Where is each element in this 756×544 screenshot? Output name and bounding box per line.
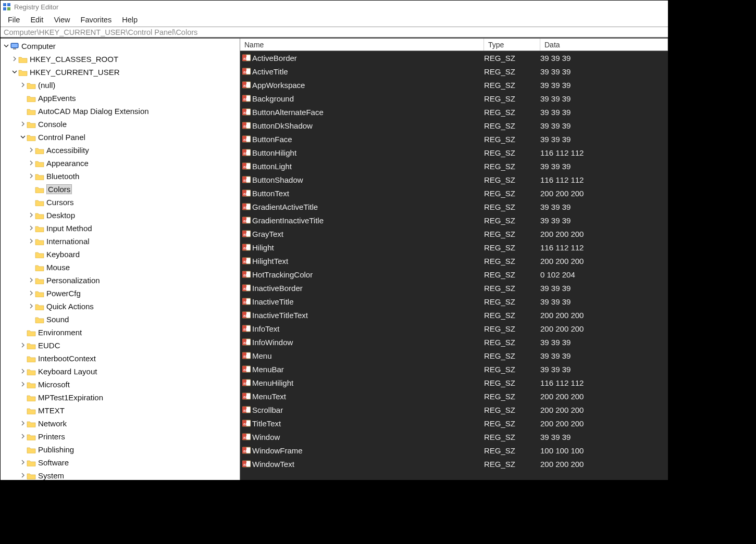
tree-item[interactable]: Network xyxy=(1,417,240,430)
column-header-type[interactable]: Type xyxy=(484,39,540,50)
value-row[interactable]: abInactiveTitleTextREG_SZ200 200 200 xyxy=(240,308,668,322)
chevron-right-icon[interactable] xyxy=(19,342,27,349)
chevron-down-icon[interactable] xyxy=(19,134,27,141)
value-row[interactable]: abWindowFrameREG_SZ100 100 100 xyxy=(240,444,668,457)
tree-item[interactable]: Microsoft xyxy=(1,378,240,391)
value-row[interactable]: abWindowREG_SZ39 39 39 xyxy=(240,430,668,444)
tree-item[interactable]: (null) xyxy=(1,79,240,92)
menu-view[interactable]: View xyxy=(48,15,75,25)
chevron-right-icon[interactable] xyxy=(28,212,35,219)
chevron-right-icon[interactable] xyxy=(28,225,35,232)
tree-item[interactable]: AutoCAD Map Dialog Extension xyxy=(1,105,240,118)
value-row[interactable]: abGrayTextREG_SZ200 200 200 xyxy=(240,227,668,241)
tree-item[interactable]: Printers xyxy=(1,430,240,443)
tree-item[interactable]: Cursors xyxy=(1,196,240,209)
address-bar[interactable]: Computer\HKEY_CURRENT_USER\Control Panel… xyxy=(1,27,668,38)
tree-item[interactable]: Appearance xyxy=(1,157,240,170)
tree-item[interactable]: EUDC xyxy=(1,339,240,352)
value-row[interactable]: abInfoWindowREG_SZ39 39 39 xyxy=(240,335,668,349)
chevron-right-icon[interactable] xyxy=(28,173,35,180)
tree-item[interactable]: Control Panel xyxy=(1,131,240,144)
chevron-right-icon[interactable] xyxy=(28,147,35,154)
tree-item[interactable]: Sound xyxy=(1,313,240,326)
chevron-right-icon[interactable] xyxy=(19,459,27,466)
value-row[interactable]: abInfoTextREG_SZ200 200 200 xyxy=(240,322,668,335)
tree-item[interactable]: Colors xyxy=(1,183,240,196)
value-row[interactable]: abHilightREG_SZ116 112 112 xyxy=(240,241,668,254)
value-row[interactable]: abButtonAlternateFaceREG_SZ39 39 39 xyxy=(240,105,668,119)
tree-item[interactable]: Accessibility xyxy=(1,144,240,157)
tree-item[interactable]: Keyboard Layout xyxy=(1,365,240,378)
tree-item[interactable]: AppEvents xyxy=(1,92,240,105)
value-row[interactable]: abButtonHilightREG_SZ116 112 112 xyxy=(240,146,668,159)
chevron-right-icon[interactable] xyxy=(28,303,35,310)
chevron-right-icon[interactable] xyxy=(19,433,27,440)
value-row[interactable]: abMenuHilightREG_SZ116 112 112 xyxy=(240,376,668,389)
value-row[interactable]: abScrollbarREG_SZ200 200 200 xyxy=(240,403,668,416)
chevron-right-icon[interactable] xyxy=(19,368,27,375)
tree-item[interactable]: InterbootContext xyxy=(1,352,240,365)
value-row[interactable]: abHilightTextREG_SZ200 200 200 xyxy=(240,254,668,268)
tree-item[interactable]: HKEY_CLASSES_ROOT xyxy=(1,53,240,66)
chevron-right-icon[interactable] xyxy=(28,277,35,284)
value-row[interactable]: abGradientInactiveTitleREG_SZ39 39 39 xyxy=(240,213,668,227)
chevron-right-icon[interactable] xyxy=(19,381,27,388)
value-row[interactable]: abActiveTitleREG_SZ39 39 39 xyxy=(240,65,668,78)
tree-item[interactable]: Publishing xyxy=(1,443,240,456)
value-row[interactable]: abButtonDkShadowREG_SZ39 39 39 xyxy=(240,119,668,132)
menu-edit[interactable]: Edit xyxy=(25,15,48,25)
value-row[interactable]: abInactiveTitleREG_SZ39 39 39 xyxy=(240,295,668,308)
tree-item[interactable]: Mouse xyxy=(1,261,240,274)
value-row[interactable]: abButtonLightREG_SZ39 39 39 xyxy=(240,159,668,173)
value-row[interactable]: abAppWorkspaceREG_SZ39 39 39 xyxy=(240,78,668,92)
tree-item[interactable]: HKEY_CURRENT_USER xyxy=(1,66,240,79)
column-header-data[interactable]: Data xyxy=(540,39,668,50)
chevron-right-icon[interactable] xyxy=(28,160,35,167)
value-row[interactable]: abGradientActiveTitleREG_SZ39 39 39 xyxy=(240,200,668,213)
chevron-right-icon[interactable] xyxy=(28,290,35,297)
tree-item[interactable]: Software xyxy=(1,456,240,469)
chevron-right-icon[interactable] xyxy=(19,121,27,128)
chevron-down-icon[interactable] xyxy=(11,69,18,76)
tree-item[interactable]: PowerCfg xyxy=(1,287,240,300)
tree-item[interactable]: MTEXT xyxy=(1,404,240,417)
tree-item[interactable]: International xyxy=(1,235,240,248)
tree-item[interactable]: Console xyxy=(1,118,240,131)
tree-item[interactable]: Environment xyxy=(1,326,240,339)
value-row[interactable]: abTitleTextREG_SZ200 200 200 xyxy=(240,416,668,430)
tree-item[interactable]: Computer xyxy=(1,40,240,53)
values-body[interactable]: abActiveBorderREG_SZ39 39 39abActiveTitl… xyxy=(240,51,668,480)
value-row[interactable]: abWindowTextREG_SZ200 200 200 xyxy=(240,457,668,471)
tree-item[interactable]: Desktop xyxy=(1,209,240,222)
chevron-right-icon[interactable] xyxy=(19,82,27,89)
value-row[interactable]: abActiveBorderREG_SZ39 39 39 xyxy=(240,51,668,65)
value-row[interactable]: abBackgroundREG_SZ39 39 39 xyxy=(240,92,668,105)
chevron-right-icon[interactable] xyxy=(19,472,27,479)
tree-item[interactable]: Input Method xyxy=(1,222,240,235)
chevron-down-icon[interactable] xyxy=(3,43,10,50)
menu-help[interactable]: Help xyxy=(117,15,143,25)
chevron-right-icon[interactable] xyxy=(11,56,18,63)
tree-item[interactable]: MPTest1Expiration xyxy=(1,391,240,404)
tree-pane[interactable]: ComputerHKEY_CLASSES_ROOTHKEY_CURRENT_US… xyxy=(1,39,240,480)
chevron-right-icon[interactable] xyxy=(28,238,35,245)
value-row[interactable]: abHotTrackingColorREG_SZ0 102 204 xyxy=(240,268,668,281)
value-row[interactable]: abMenuTextREG_SZ200 200 200 xyxy=(240,389,668,403)
value-row[interactable]: abButtonShadowREG_SZ116 112 112 xyxy=(240,173,668,186)
value-type: REG_SZ xyxy=(484,243,540,252)
menu-file[interactable]: File xyxy=(3,15,25,25)
value-row[interactable]: abButtonFaceREG_SZ39 39 39 xyxy=(240,132,668,146)
tree-item[interactable]: Personalization xyxy=(1,274,240,287)
menu-favorites[interactable]: Favorites xyxy=(76,15,117,25)
value-data: 200 200 200 xyxy=(540,460,668,469)
tree-item[interactable]: Keyboard xyxy=(1,248,240,261)
value-row[interactable]: abInactiveBorderREG_SZ39 39 39 xyxy=(240,281,668,295)
value-row[interactable]: abMenuBarREG_SZ39 39 39 xyxy=(240,362,668,376)
chevron-right-icon[interactable] xyxy=(19,420,27,427)
value-row[interactable]: abButtonTextREG_SZ200 200 200 xyxy=(240,186,668,200)
tree-item[interactable]: Bluetooth xyxy=(1,170,240,183)
column-header-name[interactable]: Name xyxy=(240,39,484,50)
tree-item[interactable]: Quick Actions xyxy=(1,300,240,313)
value-row[interactable]: abMenuREG_SZ39 39 39 xyxy=(240,349,668,362)
tree-item[interactable]: System xyxy=(1,469,240,480)
